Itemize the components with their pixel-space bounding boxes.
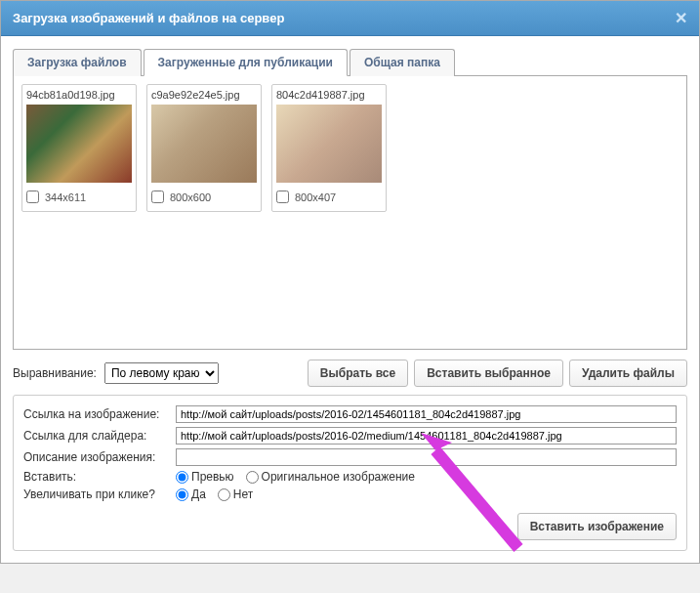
thumbnail-item[interactable]: 804c2d419887.jpg 800x407 xyxy=(271,84,387,212)
thumbnail-checkbox[interactable] xyxy=(276,191,289,203)
insert-image-button[interactable]: Вставить изображение xyxy=(517,513,677,540)
thumbnails-panel: 94cb81a0d198.jpg 344x611 c9a9e92e24e5.jp… xyxy=(13,76,687,350)
tabs: Загрузка файлов Загруженные для публикац… xyxy=(13,48,687,76)
align-label: Выравнивание: xyxy=(13,366,97,380)
insert-mode-label: Вставить: xyxy=(23,470,170,484)
tab-shared-folder[interactable]: Общая папка xyxy=(350,49,455,76)
dialog-content: Загрузка файлов Загруженные для публикац… xyxy=(1,36,699,563)
thumbnail-filename: 94cb81a0d198.jpg xyxy=(26,89,132,101)
image-link-input[interactable] xyxy=(176,405,677,423)
image-link-label: Ссылка на изображение: xyxy=(23,407,170,421)
insert-preview-radio[interactable] xyxy=(176,471,188,484)
insert-original-radio[interactable] xyxy=(246,471,259,484)
thumbnail-image[interactable] xyxy=(26,105,132,183)
delete-files-button[interactable]: Удалить файлы xyxy=(569,360,687,387)
tab-upload[interactable]: Загрузка файлов xyxy=(13,49,142,76)
thumbnails-list: 94cb81a0d198.jpg 344x611 c9a9e92e24e5.jp… xyxy=(21,84,679,212)
thumbnail-checkbox[interactable] xyxy=(26,191,39,203)
insert-selected-button[interactable]: Вставить выбранное xyxy=(414,360,563,387)
thumbnail-image[interactable] xyxy=(151,105,257,183)
zoom-no-option[interactable]: Нет xyxy=(218,487,253,501)
align-and-actions-row: Выравнивание: По левому краю Выбрать все… xyxy=(13,360,687,387)
thumbnail-dimensions: 800x407 xyxy=(295,191,336,203)
description-label: Описание изображения: xyxy=(23,450,170,464)
slider-link-label: Ссылка для слайдера: xyxy=(23,429,170,443)
thumbnail-item[interactable]: 94cb81a0d198.jpg 344x611 xyxy=(21,84,137,212)
dialog-title: Загрузка изображений и файлов на сервер xyxy=(13,11,284,25)
dialog-titlebar: Загрузка изображений и файлов на сервер … xyxy=(1,1,699,36)
thumbnail-checkbox[interactable] xyxy=(151,191,164,203)
thumbnail-size-row: 800x600 xyxy=(151,189,257,207)
insert-preview-option[interactable]: Превью xyxy=(176,470,234,484)
thumbnail-filename: 804c2d419887.jpg xyxy=(276,89,382,101)
thumbnail-size-row: 344x611 xyxy=(26,189,132,207)
close-icon[interactable]: ✕ xyxy=(675,9,687,27)
zoom-yes-radio[interactable] xyxy=(176,488,188,501)
zoom-no-radio[interactable] xyxy=(218,488,230,501)
thumbnail-item[interactable]: c9a9e92e24e5.jpg 800x600 xyxy=(146,84,262,212)
zoom-on-click-label: Увеличивать при клике? xyxy=(23,487,170,501)
image-details-form: Ссылка на изображение: Ссылка для слайде… xyxy=(13,395,687,551)
select-all-button[interactable]: Выбрать все xyxy=(308,360,408,387)
submit-row: Вставить изображение xyxy=(23,513,677,540)
slider-link-input[interactable] xyxy=(176,427,677,445)
insert-mode-radios: Превью Оригинальное изображение xyxy=(176,470,415,484)
description-input[interactable] xyxy=(176,448,677,466)
thumbnail-size-row: 800x407 xyxy=(276,189,382,207)
thumbnail-image[interactable] xyxy=(276,105,382,183)
thumbnail-dimensions: 344x611 xyxy=(45,191,86,203)
thumbnail-dimensions: 800x600 xyxy=(170,191,211,203)
zoom-yes-option[interactable]: Да xyxy=(176,487,206,501)
zoom-radios: Да Нет xyxy=(176,487,253,501)
tab-uploaded-for-publication[interactable]: Загруженные для публикации xyxy=(144,49,348,76)
action-buttons: Выбрать все Вставить выбранное Удалить ф… xyxy=(308,360,687,387)
insert-original-option[interactable]: Оригинальное изображение xyxy=(246,470,415,484)
upload-dialog: Загрузка изображений и файлов на сервер … xyxy=(0,0,700,564)
thumbnail-filename: c9a9e92e24e5.jpg xyxy=(151,89,257,101)
align-select[interactable]: По левому краю xyxy=(104,362,219,384)
